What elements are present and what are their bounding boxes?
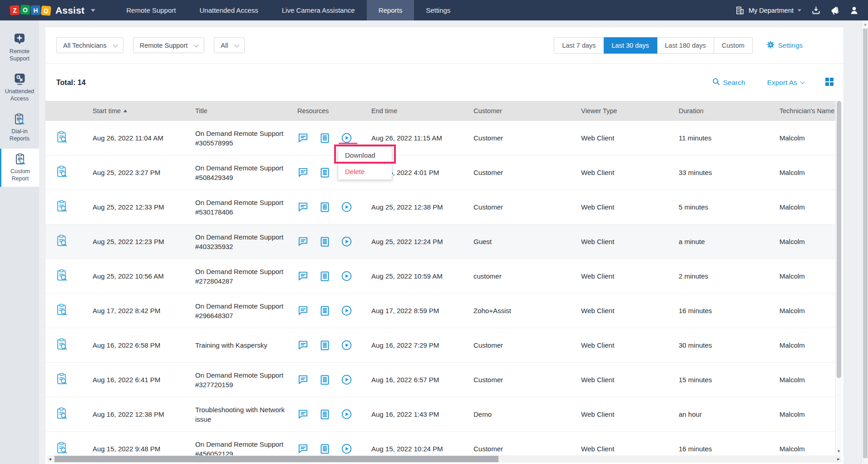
sidebar-item-custom-report[interactable]: CustomReport bbox=[0, 149, 39, 187]
range-custom[interactable]: Custom bbox=[714, 37, 753, 54]
chat-transcript-icon[interactable] bbox=[297, 236, 308, 247]
cell-customer: Guest bbox=[473, 238, 581, 245]
menu-item-download[interactable]: Download bbox=[338, 147, 392, 163]
range-last-30-days[interactable]: Last 30 days bbox=[604, 37, 657, 54]
table-row[interactable]: Aug 25, 2022 12:23 PM On Demand Remote S… bbox=[45, 225, 835, 259]
window-scrollbar[interactable]: ▲ bbox=[862, 20, 868, 464]
vertical-scroll-thumb[interactable] bbox=[837, 101, 841, 378]
header-viewer-type[interactable]: Viewer Type bbox=[581, 107, 679, 115]
play-recording-icon[interactable] bbox=[341, 202, 352, 213]
play-recording-icon[interactable] bbox=[341, 271, 352, 282]
sidebar-item-remote-support[interactable]: RemoteSupport bbox=[0, 29, 39, 67]
session-notes-icon[interactable] bbox=[319, 167, 330, 178]
table-row[interactable]: Aug 16, 2022 6:58 PM Training with Kaspe… bbox=[45, 328, 835, 363]
cell-duration: an hour bbox=[679, 410, 779, 418]
technician-filter-dropdown[interactable]: All Technicians bbox=[56, 37, 123, 53]
grid-view-toggle[interactable] bbox=[825, 78, 833, 88]
logo-tile-o1: O bbox=[20, 5, 30, 15]
header-technician-name[interactable]: Technician's Name bbox=[779, 107, 843, 115]
play-recording-icon[interactable] bbox=[341, 236, 352, 247]
play-recording-icon[interactable] bbox=[341, 374, 352, 385]
table-row[interactable]: Aug 16, 2022 12:38 PM Troubleshooting wi… bbox=[45, 397, 835, 432]
session-notes-icon[interactable] bbox=[319, 202, 330, 213]
session-notes-icon[interactable] bbox=[319, 374, 330, 385]
table-row[interactable]: Aug 16, 2022 6:41 PM On Demand Remote Su… bbox=[45, 363, 835, 397]
table-row[interactable]: Aug 26, 2022 11:04 AM On Demand Remote S… bbox=[45, 121, 835, 155]
export-as-dropdown[interactable]: Export As bbox=[767, 79, 804, 87]
nav-unattended-access[interactable]: Unattended Access bbox=[187, 0, 270, 20]
session-notes-icon[interactable] bbox=[319, 409, 330, 420]
header-customer[interactable]: Customer bbox=[473, 107, 581, 115]
session-notes-icon[interactable] bbox=[319, 305, 330, 316]
header-start-time[interactable]: Start time bbox=[93, 107, 195, 115]
session-notes-icon[interactable] bbox=[319, 271, 330, 282]
chat-transcript-icon[interactable] bbox=[297, 444, 308, 454]
cell-resources bbox=[297, 271, 371, 282]
table-row[interactable]: Aug 25, 2022 3:27 PM On Demand Remote Su… bbox=[45, 155, 835, 190]
range-last-180-days[interactable]: Last 180 days bbox=[657, 37, 714, 54]
chat-transcript-icon[interactable] bbox=[297, 305, 308, 316]
scroll-left-arrow[interactable]: ◄ bbox=[47, 457, 53, 461]
announcements-icon[interactable] bbox=[830, 5, 840, 15]
cell-duration: 11 minutes bbox=[679, 134, 779, 142]
chat-transcript-icon[interactable] bbox=[297, 133, 308, 144]
nav-reports[interactable]: Reports bbox=[367, 0, 414, 20]
chat-transcript-icon[interactable] bbox=[297, 271, 308, 282]
session-notes-icon[interactable] bbox=[319, 340, 330, 351]
nav-remote-support[interactable]: Remote Support bbox=[114, 0, 187, 20]
play-recording-icon[interactable] bbox=[341, 340, 352, 351]
window-scroll-thumb[interactable] bbox=[863, 29, 868, 458]
session-notes-icon[interactable] bbox=[319, 236, 330, 247]
play-recording-icon[interactable] bbox=[341, 444, 352, 454]
session-notes-icon[interactable] bbox=[319, 133, 330, 144]
sidebar-item-label: Dial-inReports bbox=[0, 128, 39, 142]
header-title[interactable]: Title bbox=[195, 107, 297, 115]
range-last-7-days[interactable]: Last 7 days bbox=[554, 37, 604, 54]
table-row[interactable]: Aug 15, 2022 9:48 PM On Demand Remote Su… bbox=[45, 432, 835, 455]
table-row[interactable]: Aug 17, 2022 8:42 PM On Demand Remote Su… bbox=[45, 294, 835, 328]
cell-title: On Demand Remote Support #508429349 bbox=[195, 163, 297, 182]
chat-transcript-icon[interactable] bbox=[297, 167, 308, 178]
scroll-down-arrow[interactable]: ▼ bbox=[837, 449, 841, 454]
cell-viewer-type: Web Client bbox=[581, 272, 679, 280]
cell-start-time: Aug 25, 2022 10:56 AM bbox=[93, 272, 195, 280]
nav-settings[interactable]: Settings bbox=[414, 0, 462, 20]
play-recording-icon[interactable] bbox=[341, 305, 352, 316]
summary-bar: Total: 14 Search Export As bbox=[45, 64, 843, 101]
table-horizontal-scrollbar[interactable]: ◄ ► bbox=[47, 455, 841, 463]
download-app-icon[interactable] bbox=[811, 5, 821, 15]
chat-transcript-icon[interactable] bbox=[297, 340, 308, 351]
play-recording-icon[interactable] bbox=[341, 133, 352, 144]
horizontal-scroll-thumb[interactable] bbox=[54, 456, 498, 462]
department-selector[interactable]: My Department bbox=[735, 5, 802, 15]
status-filter-dropdown[interactable]: All bbox=[214, 37, 245, 53]
session-type-filter-dropdown[interactable]: Remote Support bbox=[133, 37, 205, 53]
table-row[interactable]: Aug 25, 2022 12:33 PM On Demand Remote S… bbox=[45, 190, 835, 225]
scroll-right-arrow[interactable]: ► bbox=[836, 457, 841, 461]
header-duration[interactable]: Duration bbox=[679, 107, 779, 115]
sidebar-item-dial-in-reports[interactable]: Dial-inReports bbox=[0, 109, 39, 147]
user-profile-icon[interactable] bbox=[849, 5, 859, 15]
chevron-down-icon[interactable] bbox=[91, 9, 95, 12]
report-settings-button[interactable]: Settings bbox=[766, 40, 803, 50]
menu-item-delete[interactable]: Delete bbox=[338, 163, 392, 180]
sidebar-item-unattended-access[interactable]: UnattendedAccess bbox=[0, 69, 39, 107]
scroll-up-arrow[interactable]: ▲ bbox=[863, 22, 867, 26]
cell-customer: Customer bbox=[473, 203, 581, 211]
cell-duration: 30 minutes bbox=[679, 341, 779, 349]
play-recording-icon[interactable] bbox=[341, 409, 352, 420]
search-button[interactable]: Search bbox=[712, 78, 745, 87]
table-row[interactable]: Aug 25, 2022 10:56 AM On Demand Remote S… bbox=[45, 259, 835, 294]
header-end-time[interactable]: End time bbox=[371, 107, 473, 115]
zoho-assist-logo[interactable]: Z O H O Assist bbox=[10, 5, 95, 16]
header-resources[interactable]: Resources bbox=[297, 107, 371, 115]
chat-transcript-icon[interactable] bbox=[297, 374, 308, 385]
session-notes-icon[interactable] bbox=[319, 444, 330, 454]
nav-live-camera-assistance[interactable]: Live Camera Assistance bbox=[270, 0, 367, 20]
chat-transcript-icon[interactable] bbox=[297, 202, 308, 213]
sidebar-item-label: RemoteSupport bbox=[0, 48, 39, 62]
cell-start-time: Aug 16, 2022 12:38 PM bbox=[93, 410, 195, 418]
table-vertical-scrollbar[interactable]: ▼ bbox=[835, 101, 842, 455]
cell-customer: Customer bbox=[473, 134, 581, 142]
chat-transcript-icon[interactable] bbox=[297, 409, 308, 420]
